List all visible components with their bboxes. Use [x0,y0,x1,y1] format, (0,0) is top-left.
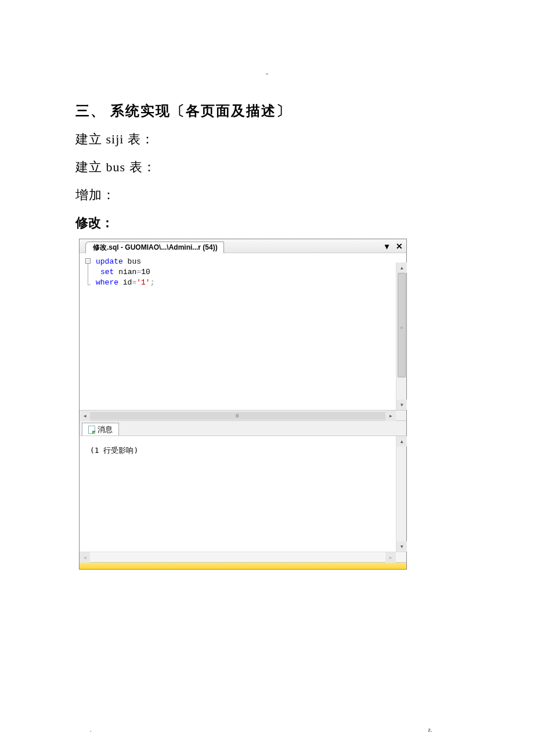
code-pane: − update bus set nian=10 where id='1'; ▴ [80,253,406,410]
text-siji: 建立 siji 表： [75,131,459,148]
msg-vertical-scrollbar[interactable]: ▴ ▾ [396,436,406,552]
scroll-left-icon[interactable]: ◂ [80,552,90,563]
scroll-up-icon[interactable]: ▴ [396,262,407,273]
window-controls: ▾ ✕ [382,242,404,253]
message-icon [88,426,95,434]
footer-left: . [90,726,92,733]
scroll-left-icon[interactable]: ◂ [80,411,90,421]
editor-tab[interactable]: 修改.sql - GUOMIAO\...\Admini...r (54)) [85,242,224,253]
keyword-set: set [100,268,114,276]
scroll-right-icon[interactable]: ▸ [385,552,396,563]
scroll-down-icon[interactable]: ▾ [396,541,407,552]
scroll-up-icon[interactable]: ▴ [396,436,407,447]
footer-right: z. [428,726,432,733]
msg-horizontal-scrollbar[interactable]: ◂ ▸ [80,552,406,562]
hscroll-thumb[interactable]: Ⅲ [90,412,385,420]
messages-pane: (1 行受影响) ▴ ▾ [80,435,406,552]
text-modify: 修改： [75,214,459,232]
hscroll-grip-icon: Ⅲ [236,413,240,419]
message-text: (1 行受影响) [80,436,406,465]
window-dropdown-icon[interactable]: ▾ [382,242,391,251]
scroll-down-icon[interactable]: ▾ [396,399,407,410]
window-header: 修改.sql - GUOMIAO\...\Admini...r (54)) ▾ … [80,239,406,253]
status-bar [80,562,406,569]
scroll-right-icon[interactable]: ▸ [385,411,396,421]
text-add: 增加： [75,186,459,204]
section-title: 三、 系统实现〔各页面及描述〕 [75,102,459,120]
page-footer: . z. [90,726,432,733]
page-header-mark: - [75,70,459,78]
keyword-update: update [96,257,123,266]
messages-tab[interactable]: 消息 [82,423,119,436]
close-icon[interactable]: ✕ [395,242,404,251]
scroll-grip-icon: ≡ [398,325,405,330]
code-vertical-scrollbar[interactable]: ▴ ≡ ▾ [396,262,406,410]
keyword-where: where [96,278,118,287]
code-area[interactable]: update bus set nian=10 where id='1'; [80,253,406,291]
code-horizontal-scrollbar[interactable]: ◂ Ⅲ ▸ [80,410,406,420]
messages-tab-bar: 消息 [80,420,406,435]
sql-editor-window: 修改.sql - GUOMIAO\...\Admini...r (54)) ▾ … [79,239,407,570]
text-bus: 建立 bus 表： [75,159,459,176]
